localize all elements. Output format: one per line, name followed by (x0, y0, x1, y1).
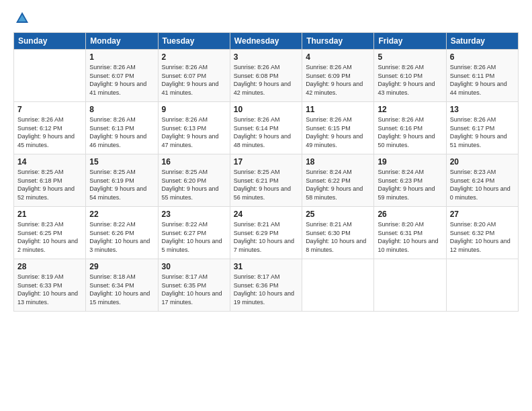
calendar-cell: 22 Sunrise: 8:22 AMSunset: 6:26 PMDaylig… (86, 207, 158, 259)
day-number: 3 (234, 52, 298, 62)
cell-info: Sunrise: 8:24 AMSunset: 6:22 PMDaylight:… (306, 169, 363, 201)
calendar-cell: 20 Sunrise: 8:23 AMSunset: 6:24 PMDaylig… (446, 154, 518, 207)
cell-info: Sunrise: 8:20 AMSunset: 6:32 PMDaylight:… (450, 221, 511, 253)
cell-info: Sunrise: 8:26 AMSunset: 6:10 PMDaylight:… (378, 64, 435, 96)
cell-info: Sunrise: 8:21 AMSunset: 6:30 PMDaylight:… (306, 221, 366, 253)
cell-info: Sunrise: 8:25 AMSunset: 6:18 PMDaylight:… (17, 169, 75, 201)
calendar-cell: 24 Sunrise: 8:21 AMSunset: 6:29 PMDaylig… (230, 207, 302, 259)
calendar-cell: 18 Sunrise: 8:24 AMSunset: 6:22 PMDaylig… (302, 154, 374, 207)
calendar-cell: 30 Sunrise: 8:17 AMSunset: 6:35 PMDaylig… (158, 259, 230, 312)
day-number: 7 (17, 105, 82, 114)
calendar-cell: 9 Sunrise: 8:26 AMSunset: 6:13 PMDayligh… (158, 102, 230, 154)
day-number: 14 (17, 157, 82, 167)
calendar-cell: 17 Sunrise: 8:25 AMSunset: 6:21 PMDaylig… (230, 154, 302, 207)
calendar-cell: 8 Sunrise: 8:26 AMSunset: 6:13 PMDayligh… (86, 102, 158, 154)
day-number: 25 (306, 210, 370, 219)
calendar-cell: 11 Sunrise: 8:26 AMSunset: 6:15 PMDaylig… (302, 102, 374, 154)
calendar-cell (446, 259, 518, 312)
day-number: 16 (162, 157, 226, 167)
calendar-cell (374, 259, 446, 312)
cell-info: Sunrise: 8:22 AMSunset: 6:26 PMDaylight:… (89, 221, 150, 253)
cell-info: Sunrise: 8:26 AMSunset: 6:13 PMDaylight:… (89, 116, 146, 148)
day-number: 13 (450, 105, 515, 114)
calendar-cell: 25 Sunrise: 8:21 AMSunset: 6:30 PMDaylig… (302, 207, 374, 259)
page: SundayMondayTuesdayWednesdayThursdayFrid… (0, 0, 532, 411)
calendar-cell: 16 Sunrise: 8:25 AMSunset: 6:20 PMDaylig… (158, 154, 230, 207)
week-row-1: 1 Sunrise: 8:26 AMSunset: 6:07 PMDayligh… (14, 50, 519, 102)
cell-info: Sunrise: 8:26 AMSunset: 6:07 PMDaylight:… (162, 64, 219, 96)
calendar-cell: 10 Sunrise: 8:26 AMSunset: 6:14 PMDaylig… (230, 102, 302, 154)
calendar-cell: 7 Sunrise: 8:26 AMSunset: 6:12 PMDayligh… (14, 102, 86, 154)
cell-info: Sunrise: 8:23 AMSunset: 6:24 PMDaylight:… (450, 169, 511, 201)
day-number: 1 (89, 52, 154, 62)
cell-info: Sunrise: 8:26 AMSunset: 6:16 PMDaylight:… (378, 116, 435, 148)
cell-info: Sunrise: 8:23 AMSunset: 6:25 PMDaylight:… (17, 221, 78, 253)
day-number: 24 (234, 210, 298, 219)
week-row-4: 21 Sunrise: 8:23 AMSunset: 6:25 PMDaylig… (14, 207, 519, 259)
day-number: 18 (306, 157, 370, 167)
calendar-cell: 4 Sunrise: 8:26 AMSunset: 6:09 PMDayligh… (302, 50, 374, 102)
calendar-cell: 6 Sunrise: 8:26 AMSunset: 6:11 PMDayligh… (446, 50, 518, 102)
header (13, 11, 519, 26)
calendar-cell: 26 Sunrise: 8:20 AMSunset: 6:31 PMDaylig… (374, 207, 446, 259)
cell-info: Sunrise: 8:26 AMSunset: 6:11 PMDaylight:… (450, 64, 507, 96)
calendar-cell: 14 Sunrise: 8:25 AMSunset: 6:18 PMDaylig… (14, 154, 86, 207)
calendar-cell: 2 Sunrise: 8:26 AMSunset: 6:07 PMDayligh… (158, 50, 230, 102)
calendar-cell: 21 Sunrise: 8:23 AMSunset: 6:25 PMDaylig… (14, 207, 86, 259)
day-header-row: SundayMondayTuesdayWednesdayThursdayFrid… (14, 33, 519, 50)
logo (13, 11, 30, 26)
cell-info: Sunrise: 8:17 AMSunset: 6:36 PMDaylight:… (234, 273, 294, 306)
day-number: 17 (234, 157, 298, 167)
day-number: 28 (17, 262, 82, 271)
cell-info: Sunrise: 8:24 AMSunset: 6:23 PMDaylight:… (378, 169, 435, 201)
day-number: 21 (17, 210, 82, 219)
day-number: 29 (89, 262, 154, 271)
cell-info: Sunrise: 8:19 AMSunset: 6:33 PMDaylight:… (17, 273, 78, 306)
week-row-5: 28 Sunrise: 8:19 AMSunset: 6:33 PMDaylig… (14, 259, 519, 312)
calendar-table: SundayMondayTuesdayWednesdayThursdayFrid… (13, 32, 519, 312)
calendar-cell: 12 Sunrise: 8:26 AMSunset: 6:16 PMDaylig… (374, 102, 446, 154)
calendar-cell: 28 Sunrise: 8:19 AMSunset: 6:33 PMDaylig… (14, 259, 86, 312)
day-number: 8 (89, 105, 154, 114)
day-number: 23 (162, 210, 226, 219)
calendar-cell (14, 50, 86, 102)
day-number: 6 (450, 52, 515, 62)
cell-info: Sunrise: 8:25 AMSunset: 6:21 PMDaylight:… (234, 169, 291, 201)
cell-info: Sunrise: 8:26 AMSunset: 6:08 PMDaylight:… (234, 64, 291, 96)
calendar-cell: 13 Sunrise: 8:26 AMSunset: 6:17 PMDaylig… (446, 102, 518, 154)
day-number: 10 (234, 105, 298, 114)
cell-info: Sunrise: 8:26 AMSunset: 6:09 PMDaylight:… (306, 64, 363, 96)
day-header-thursday: Thursday (302, 33, 374, 50)
day-number: 19 (378, 157, 442, 167)
calendar-cell: 31 Sunrise: 8:17 AMSunset: 6:36 PMDaylig… (230, 259, 302, 312)
day-header-tuesday: Tuesday (158, 33, 230, 50)
day-number: 5 (378, 52, 442, 62)
cell-info: Sunrise: 8:26 AMSunset: 6:15 PMDaylight:… (306, 116, 363, 148)
calendar-cell: 3 Sunrise: 8:26 AMSunset: 6:08 PMDayligh… (230, 50, 302, 102)
cell-info: Sunrise: 8:26 AMSunset: 6:12 PMDaylight:… (17, 116, 75, 148)
calendar-cell: 1 Sunrise: 8:26 AMSunset: 6:07 PMDayligh… (86, 50, 158, 102)
cell-info: Sunrise: 8:25 AMSunset: 6:19 PMDaylight:… (89, 169, 146, 201)
cell-info: Sunrise: 8:20 AMSunset: 6:31 PMDaylight:… (378, 221, 438, 253)
calendar-cell: 29 Sunrise: 8:18 AMSunset: 6:34 PMDaylig… (86, 259, 158, 312)
day-header-sunday: Sunday (14, 33, 86, 50)
day-number: 22 (89, 210, 154, 219)
day-number: 20 (450, 157, 515, 167)
cell-info: Sunrise: 8:22 AMSunset: 6:27 PMDaylight:… (162, 221, 222, 253)
day-number: 15 (89, 157, 154, 167)
calendar-cell: 15 Sunrise: 8:25 AMSunset: 6:19 PMDaylig… (86, 154, 158, 207)
cell-info: Sunrise: 8:18 AMSunset: 6:34 PMDaylight:… (89, 273, 150, 306)
cell-info: Sunrise: 8:26 AMSunset: 6:13 PMDaylight:… (162, 116, 219, 148)
cell-info: Sunrise: 8:25 AMSunset: 6:20 PMDaylight:… (162, 169, 219, 201)
day-number: 26 (378, 210, 442, 219)
day-number: 12 (378, 105, 442, 114)
cell-info: Sunrise: 8:21 AMSunset: 6:29 PMDaylight:… (234, 221, 294, 253)
week-row-3: 14 Sunrise: 8:25 AMSunset: 6:18 PMDaylig… (14, 154, 519, 207)
cell-info: Sunrise: 8:26 AMSunset: 6:14 PMDaylight:… (234, 116, 291, 148)
calendar-cell: 5 Sunrise: 8:26 AMSunset: 6:10 PMDayligh… (374, 50, 446, 102)
day-number: 2 (162, 52, 226, 62)
cell-info: Sunrise: 8:17 AMSunset: 6:35 PMDaylight:… (162, 273, 222, 306)
calendar-cell: 27 Sunrise: 8:20 AMSunset: 6:32 PMDaylig… (446, 207, 518, 259)
day-header-saturday: Saturday (446, 33, 518, 50)
day-number: 4 (306, 52, 370, 62)
